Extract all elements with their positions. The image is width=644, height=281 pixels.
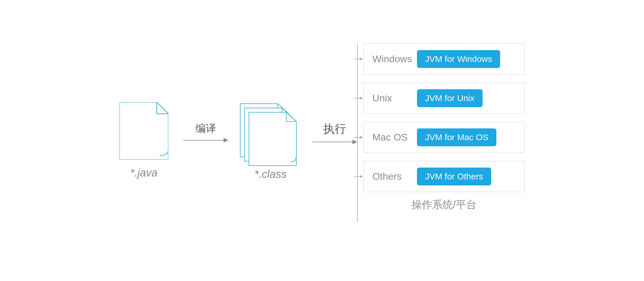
execute-arrow-group: 执行 <box>312 121 357 144</box>
windows-small-arrow <box>354 58 363 60</box>
unix-row: Unix JVM for Unix <box>363 83 525 114</box>
diagram-container: *.java 编译 <box>0 0 644 281</box>
windows-platform-box: Windows JVM for Windows <box>363 43 525 75</box>
compile-arrow <box>183 138 228 143</box>
others-arrow-head <box>360 175 363 178</box>
execute-label: 执行 <box>323 121 346 137</box>
java-file-label: *.java <box>130 167 157 179</box>
vertical-platforms-section: Windows JVM for Windows Unix JVM for Uni… <box>357 43 525 222</box>
java-file-section: *.java <box>119 102 168 179</box>
macos-small-arrow <box>354 136 363 139</box>
others-platform-name: Others <box>372 171 417 182</box>
others-row: Others JVM for Others <box>363 161 525 192</box>
unix-platform-box: Unix JVM for Unix <box>363 83 525 114</box>
execute-section: 执行 <box>312 121 357 144</box>
windows-platform-name: Windows <box>372 53 417 64</box>
svg-marker-3 <box>249 112 296 166</box>
macos-arrow-line <box>354 137 360 138</box>
compile-arrow-line <box>183 140 224 140</box>
windows-jvm-badge: JVM for Windows <box>417 50 500 68</box>
others-arrow-line <box>354 176 360 177</box>
unix-small-arrow <box>354 97 363 100</box>
others-small-arrow <box>354 175 363 178</box>
others-platform-box: Others JVM for Others <box>363 161 525 192</box>
macos-arrow-head <box>360 136 363 139</box>
class-file-label: *.class <box>254 168 287 181</box>
vertical-line-container <box>357 43 358 222</box>
java-file-icon <box>119 102 168 160</box>
macos-platform-box: Mac OS JVM for Mac OS <box>363 122 525 153</box>
platform-caption: 操作系统/平台 <box>363 198 525 212</box>
macos-row: Mac OS JVM for Mac OS <box>363 122 525 153</box>
compile-arrow-section: 编译 <box>177 121 235 143</box>
platform-list: Windows JVM for Windows Unix JVM for Uni… <box>363 43 525 192</box>
unix-arrow-line <box>354 98 360 98</box>
unix-arrow-head <box>360 97 363 100</box>
execute-arrow-line <box>312 142 353 142</box>
macos-jvm-badge: JVM for Mac OS <box>417 128 496 146</box>
windows-arrow-head <box>360 58 363 60</box>
others-jvm-badge: JVM for Others <box>417 168 491 185</box>
windows-arrow-line <box>354 59 360 59</box>
class-files-section: *.class <box>237 101 304 181</box>
execute-arrow <box>312 140 357 144</box>
vertical-line <box>357 43 358 222</box>
unix-platform-name: Unix <box>372 92 417 104</box>
platforms-wrapper: Windows JVM for Windows Unix JVM for Uni… <box>363 43 525 222</box>
compile-label: 编译 <box>195 121 216 136</box>
windows-row: Windows JVM for Windows <box>363 43 525 75</box>
class-files-stack <box>237 101 304 167</box>
svg-marker-0 <box>119 102 168 160</box>
compile-arrow-head <box>224 138 228 143</box>
unix-jvm-badge: JVM for Unix <box>417 89 483 107</box>
diagram-inner: *.java 编译 <box>119 43 525 238</box>
execute-arrow-head <box>353 140 357 144</box>
macos-platform-name: Mac OS <box>372 132 417 143</box>
